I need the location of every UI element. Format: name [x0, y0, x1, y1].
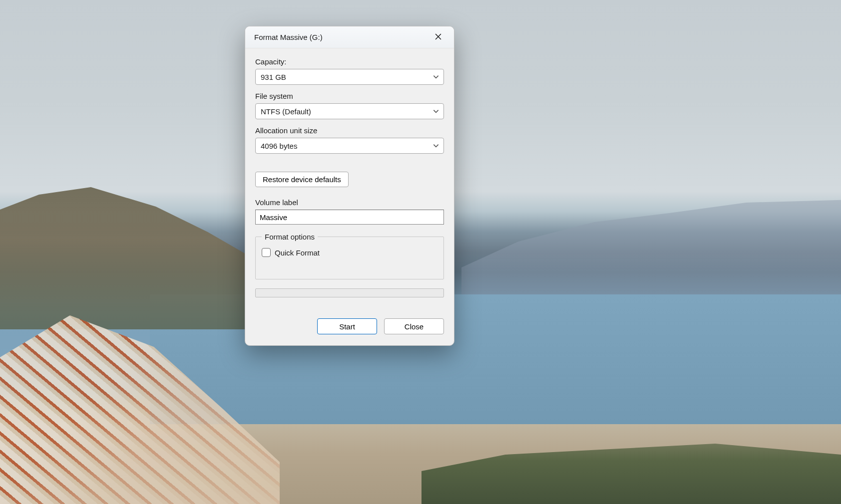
format-options-legend: Format options — [262, 233, 318, 241]
format-progress-bar — [255, 288, 444, 297]
allocation-select[interactable]: 4096 bytes — [255, 138, 444, 154]
quick-format-row[interactable]: Quick Format — [262, 248, 437, 257]
allocation-field: Allocation unit size 4096 bytes — [255, 126, 444, 154]
capacity-label: Capacity: — [255, 57, 444, 66]
quick-format-label: Quick Format — [275, 249, 320, 257]
allocation-label: Allocation unit size — [255, 126, 444, 135]
filesystem-field: File system NTFS (Default) — [255, 92, 444, 119]
format-dialog: Format Massive (G:) Capacity: 931 GB — [245, 26, 454, 346]
restore-defaults-button[interactable]: Restore device defaults — [255, 172, 349, 187]
capacity-select[interactable]: 931 GB — [255, 69, 444, 85]
close-button[interactable] — [429, 30, 447, 45]
filesystem-value: NTFS (Default) — [261, 107, 311, 116]
dialog-body: Capacity: 931 GB File system NTFS (Defau… — [245, 48, 454, 345]
volume-label: Volume label — [255, 198, 444, 207]
dialog-title: Format Massive (G:) — [254, 33, 323, 41]
capacity-value: 931 GB — [261, 73, 286, 81]
desktop-wallpaper: Format Massive (G:) Capacity: 931 GB — [0, 0, 841, 504]
close-dialog-button[interactable]: Close — [384, 318, 444, 334]
chevron-down-icon — [432, 73, 439, 80]
allocation-value: 4096 bytes — [261, 142, 297, 150]
format-options-group: Format options Quick Format — [255, 233, 444, 279]
filesystem-select[interactable]: NTFS (Default) — [255, 103, 444, 119]
title-bar[interactable]: Format Massive (G:) — [245, 26, 454, 48]
capacity-field: Capacity: 931 GB — [255, 57, 444, 85]
dialog-button-row: Start Close — [255, 318, 444, 334]
volume-label-input[interactable] — [255, 210, 444, 225]
start-button[interactable]: Start — [317, 318, 377, 334]
chevron-down-icon — [432, 108, 439, 115]
quick-format-checkbox[interactable] — [262, 248, 271, 257]
chevron-down-icon — [432, 142, 439, 149]
wallpaper-layer — [0, 180, 260, 329]
filesystem-label: File system — [255, 92, 444, 100]
close-icon — [435, 33, 441, 41]
volume-label-field: Volume label — [255, 198, 444, 225]
